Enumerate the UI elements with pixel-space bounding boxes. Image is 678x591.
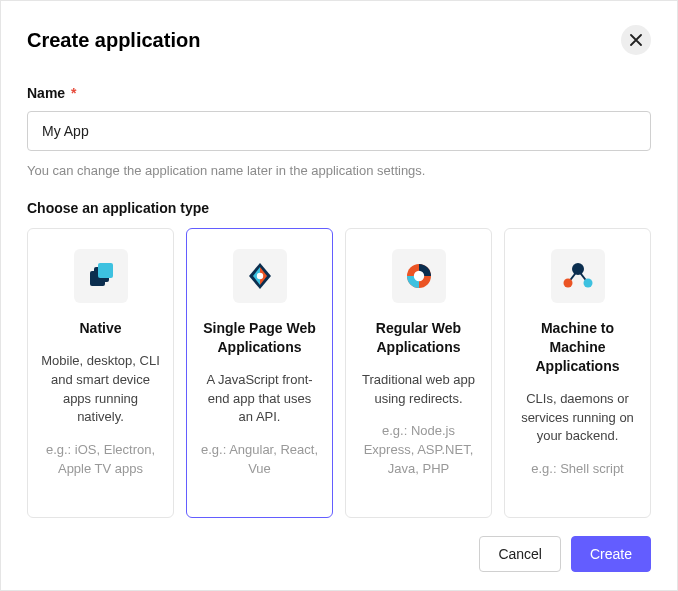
- name-label-text: Name: [27, 85, 65, 101]
- create-application-dialog: Create application Name * You can change…: [0, 0, 678, 591]
- card-spa-title: Single Page Web Applications: [199, 319, 320, 357]
- card-native[interactable]: Native Mobile, desktop, CLI and smart de…: [27, 228, 174, 518]
- close-icon: [630, 34, 642, 46]
- card-native-examples: e.g.: iOS, Electron, Apple TV apps: [40, 441, 161, 479]
- name-label: Name *: [27, 85, 651, 101]
- native-app-icon: [74, 249, 128, 303]
- dialog-title: Create application: [27, 29, 200, 52]
- svg-point-13: [583, 279, 592, 288]
- required-marker: *: [71, 85, 76, 101]
- name-hint: You can change the application name late…: [27, 163, 651, 178]
- m2m-icon: [551, 249, 605, 303]
- regular-web-icon: [392, 249, 446, 303]
- create-button[interactable]: Create: [571, 536, 651, 572]
- close-button[interactable]: [621, 25, 651, 55]
- svg-point-6: [256, 273, 262, 279]
- card-regular[interactable]: Regular Web Applications Traditional web…: [345, 228, 492, 518]
- dialog-header: Create application: [27, 25, 651, 55]
- card-m2m-title: Machine to Machine Applications: [517, 319, 638, 376]
- card-native-desc: Mobile, desktop, CLI and smart device ap…: [40, 352, 161, 427]
- card-m2m[interactable]: Machine to Machine Applications CLIs, da…: [504, 228, 651, 518]
- card-regular-title: Regular Web Applications: [358, 319, 479, 357]
- svg-point-11: [572, 263, 584, 275]
- card-m2m-desc: CLIs, daemons or services running on you…: [517, 390, 638, 447]
- svg-point-8: [413, 271, 423, 281]
- spa-app-icon: [233, 249, 287, 303]
- card-native-title: Native: [79, 319, 121, 338]
- card-spa-desc: A JavaScript front-end app that uses an …: [199, 371, 320, 428]
- name-input[interactable]: [27, 111, 651, 151]
- type-section-label: Choose an application type: [27, 200, 651, 216]
- card-spa[interactable]: Single Page Web Applications A JavaScrip…: [186, 228, 333, 518]
- card-regular-desc: Traditional web app using redirects.: [358, 371, 479, 409]
- svg-point-12: [563, 279, 572, 288]
- dialog-footer: Cancel Create: [479, 536, 651, 572]
- card-m2m-examples: e.g.: Shell script: [531, 460, 624, 479]
- cancel-button[interactable]: Cancel: [479, 536, 561, 572]
- card-regular-examples: e.g.: Node.js Express, ASP.NET, Java, PH…: [358, 422, 479, 479]
- svg-rect-2: [98, 263, 113, 278]
- application-type-cards: Native Mobile, desktop, CLI and smart de…: [27, 228, 651, 518]
- card-spa-examples: e.g.: Angular, React, Vue: [199, 441, 320, 479]
